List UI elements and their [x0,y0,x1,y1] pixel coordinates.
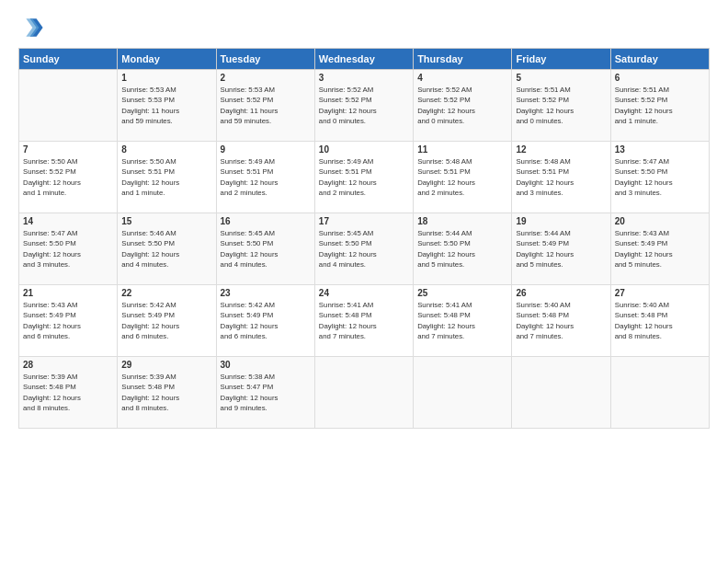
day-cell: 18Sunrise: 5:44 AM Sunset: 5:50 PM Dayli… [414,213,512,285]
day-number: 26 [516,288,606,298]
day-cell: 16Sunrise: 5:45 AM Sunset: 5:50 PM Dayli… [216,213,314,285]
header-cell-wednesday: Wednesday [314,49,413,70]
day-number: 19 [516,216,606,226]
day-cell: 13Sunrise: 5:47 AM Sunset: 5:50 PM Dayli… [610,142,709,213]
day-info: Sunrise: 5:39 AM Sunset: 5:48 PM Dayligh… [121,372,211,413]
day-number: 16 [221,216,311,226]
day-number: 27 [615,288,705,298]
day-cell: 19Sunrise: 5:44 AM Sunset: 5:49 PM Dayli… [512,213,610,285]
day-number: 24 [319,288,409,298]
day-number: 12 [516,144,606,155]
day-number: 1 [121,73,211,83]
day-info: Sunrise: 5:53 AM Sunset: 5:52 PM Dayligh… [221,85,311,126]
day-info: Sunrise: 5:48 AM Sunset: 5:51 PM Dayligh… [417,156,507,198]
day-cell: 25Sunrise: 5:41 AM Sunset: 5:48 PM Dayli… [414,285,512,357]
day-number: 3 [319,73,409,83]
day-number: 30 [221,360,311,370]
day-cell: 27Sunrise: 5:40 AM Sunset: 5:48 PM Dayli… [610,285,709,357]
day-info: Sunrise: 5:39 AM Sunset: 5:48 PM Dayligh… [23,372,113,413]
day-cell: 12Sunrise: 5:48 AM Sunset: 5:51 PM Dayli… [512,142,610,213]
day-cell [414,357,512,429]
day-number: 8 [121,144,211,155]
week-row-2: 7Sunrise: 5:50 AM Sunset: 5:52 PM Daylig… [19,142,710,213]
day-info: Sunrise: 5:43 AM Sunset: 5:49 PM Dayligh… [615,228,705,270]
day-info: Sunrise: 5:45 AM Sunset: 5:50 PM Dayligh… [221,228,311,270]
calendar-table: SundayMondayTuesdayWednesdayThursdayFrid… [18,48,710,429]
header-row: SundayMondayTuesdayWednesdayThursdayFrid… [19,49,710,70]
day-cell: 7Sunrise: 5:50 AM Sunset: 5:52 PM Daylig… [19,142,118,213]
day-number: 20 [615,216,705,226]
logo [18,15,48,40]
day-cell: 17Sunrise: 5:45 AM Sunset: 5:50 PM Dayli… [314,213,413,285]
day-info: Sunrise: 5:51 AM Sunset: 5:52 PM Dayligh… [516,85,606,126]
header [18,15,710,40]
header-cell-saturday: Saturday [610,49,709,70]
day-cell: 9Sunrise: 5:49 AM Sunset: 5:51 PM Daylig… [216,142,314,213]
day-info: Sunrise: 5:52 AM Sunset: 5:52 PM Dayligh… [417,85,507,126]
day-info: Sunrise: 5:41 AM Sunset: 5:48 PM Dayligh… [319,300,409,341]
day-number: 21 [23,288,113,298]
day-info: Sunrise: 5:42 AM Sunset: 5:49 PM Dayligh… [121,300,211,341]
day-number: 9 [221,144,311,155]
day-cell: 1Sunrise: 5:53 AM Sunset: 5:53 PM Daylig… [118,70,216,142]
day-info: Sunrise: 5:52 AM Sunset: 5:52 PM Dayligh… [319,85,409,126]
day-number: 14 [23,216,113,226]
day-number: 22 [121,288,211,298]
day-number: 25 [417,288,507,298]
day-cell: 24Sunrise: 5:41 AM Sunset: 5:48 PM Dayli… [314,285,413,357]
day-number: 6 [615,73,705,83]
day-cell [512,357,610,429]
day-number: 23 [221,288,311,298]
day-info: Sunrise: 5:45 AM Sunset: 5:50 PM Dayligh… [319,228,409,270]
day-info: Sunrise: 5:49 AM Sunset: 5:51 PM Dayligh… [221,156,311,198]
day-cell: 23Sunrise: 5:42 AM Sunset: 5:49 PM Dayli… [216,285,314,357]
day-cell [19,70,118,142]
day-number: 13 [615,144,705,155]
day-info: Sunrise: 5:50 AM Sunset: 5:51 PM Dayligh… [121,156,211,198]
day-info: Sunrise: 5:47 AM Sunset: 5:50 PM Dayligh… [615,156,705,198]
day-cell: 21Sunrise: 5:43 AM Sunset: 5:49 PM Dayli… [19,285,118,357]
day-cell: 5Sunrise: 5:51 AM Sunset: 5:52 PM Daylig… [512,70,610,142]
day-info: Sunrise: 5:47 AM Sunset: 5:50 PM Dayligh… [23,228,113,270]
day-cell: 4Sunrise: 5:52 AM Sunset: 5:52 PM Daylig… [414,70,512,142]
week-row-5: 28Sunrise: 5:39 AM Sunset: 5:48 PM Dayli… [19,357,710,429]
header-cell-thursday: Thursday [414,49,512,70]
day-cell: 11Sunrise: 5:48 AM Sunset: 5:51 PM Dayli… [414,142,512,213]
day-number: 17 [319,216,409,226]
day-cell: 6Sunrise: 5:51 AM Sunset: 5:52 PM Daylig… [610,70,709,142]
day-info: Sunrise: 5:43 AM Sunset: 5:49 PM Dayligh… [23,300,113,341]
day-info: Sunrise: 5:44 AM Sunset: 5:49 PM Dayligh… [516,228,606,270]
day-cell: 14Sunrise: 5:47 AM Sunset: 5:50 PM Dayli… [19,213,118,285]
day-cell: 26Sunrise: 5:40 AM Sunset: 5:48 PM Dayli… [512,285,610,357]
header-cell-sunday: Sunday [19,49,118,70]
day-cell [314,357,413,429]
day-cell: 29Sunrise: 5:39 AM Sunset: 5:48 PM Dayli… [118,357,216,429]
page: SundayMondayTuesdayWednesdayThursdayFrid… [0,0,728,563]
day-info: Sunrise: 5:46 AM Sunset: 5:50 PM Dayligh… [121,228,211,270]
day-cell: 28Sunrise: 5:39 AM Sunset: 5:48 PM Dayli… [19,357,118,429]
day-number: 10 [319,144,409,155]
week-row-4: 21Sunrise: 5:43 AM Sunset: 5:49 PM Dayli… [19,285,710,357]
day-number: 7 [23,144,113,155]
day-number: 5 [516,73,606,83]
day-number: 11 [417,144,507,155]
day-info: Sunrise: 5:41 AM Sunset: 5:48 PM Dayligh… [417,300,507,341]
day-info: Sunrise: 5:38 AM Sunset: 5:47 PM Dayligh… [221,372,311,413]
day-info: Sunrise: 5:42 AM Sunset: 5:49 PM Dayligh… [221,300,311,341]
day-number: 18 [417,216,507,226]
day-info: Sunrise: 5:49 AM Sunset: 5:51 PM Dayligh… [319,156,409,198]
day-info: Sunrise: 5:44 AM Sunset: 5:50 PM Dayligh… [417,228,507,270]
header-cell-monday: Monday [118,49,216,70]
day-info: Sunrise: 5:53 AM Sunset: 5:53 PM Dayligh… [121,85,211,126]
day-number: 28 [23,360,113,370]
day-info: Sunrise: 5:48 AM Sunset: 5:51 PM Dayligh… [516,156,606,198]
day-number: 2 [221,73,311,83]
day-info: Sunrise: 5:40 AM Sunset: 5:48 PM Dayligh… [516,300,606,341]
week-row-3: 14Sunrise: 5:47 AM Sunset: 5:50 PM Dayli… [19,213,710,285]
day-number: 29 [121,360,211,370]
day-cell: 2Sunrise: 5:53 AM Sunset: 5:52 PM Daylig… [216,70,314,142]
day-cell: 8Sunrise: 5:50 AM Sunset: 5:51 PM Daylig… [118,142,216,213]
day-info: Sunrise: 5:50 AM Sunset: 5:52 PM Dayligh… [23,156,113,198]
day-cell: 10Sunrise: 5:49 AM Sunset: 5:51 PM Dayli… [314,142,413,213]
week-row-1: 1Sunrise: 5:53 AM Sunset: 5:53 PM Daylig… [19,70,710,142]
